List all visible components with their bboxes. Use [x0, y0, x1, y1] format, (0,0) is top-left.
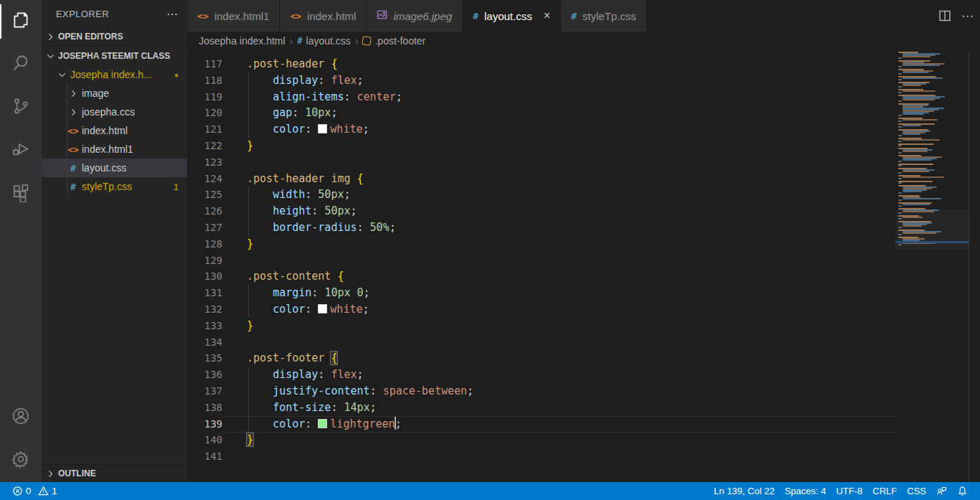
- code-line-121[interactable]: 121 color: white;: [187, 121, 895, 138]
- code-line-140[interactable]: 140}: [187, 432, 895, 448]
- line-number[interactable]: 137: [187, 383, 222, 400]
- outline-section[interactable]: OUTLINE: [42, 464, 187, 482]
- color-swatch[interactable]: [318, 304, 327, 313]
- activitybar-accounts[interactable]: [0, 396, 42, 439]
- close-icon[interactable]: ×: [544, 9, 550, 22]
- code-text: color: white;: [247, 121, 895, 138]
- line-number[interactable]: 123: [187, 154, 222, 171]
- tab-index-html[interactable]: <>index.html: [280, 0, 367, 32]
- vertical-scrollbar[interactable]: [969, 50, 980, 482]
- tab-layout-css[interactable]: #layout.css×: [463, 0, 561, 32]
- open-editors-section[interactable]: OPEN EDITORS: [42, 27, 187, 47]
- code-line-123[interactable]: 123: [187, 154, 895, 171]
- line-number[interactable]: 120: [187, 105, 222, 121]
- code-line-132[interactable]: 132 color: white;: [187, 301, 895, 318]
- activitybar-source-control[interactable]: [0, 86, 42, 129]
- breadcrumb-item[interactable]: Josepha index.html: [199, 35, 286, 47]
- activitybar-explorer[interactable]: [0, 0, 42, 43]
- activitybar-manage[interactable]: [0, 439, 42, 482]
- line-number[interactable]: 140: [187, 432, 222, 448]
- code-line-128[interactable]: 128}: [187, 236, 895, 253]
- feedback-button[interactable]: [931, 486, 952, 496]
- tree-item-index-html1[interactable]: <>index.html1: [42, 140, 187, 159]
- line-number[interactable]: 134: [187, 334, 222, 351]
- tree-item-josepha-index-h-[interactable]: Josepha index.h...●: [42, 65, 187, 84]
- tree-item-layout-css[interactable]: #layout.css: [42, 159, 187, 177]
- split-editor-button[interactable]: [938, 9, 951, 22]
- line-number[interactable]: 128: [187, 236, 222, 253]
- line-number[interactable]: 118: [187, 72, 222, 89]
- line-number[interactable]: 141: [187, 448, 222, 465]
- code-line-135[interactable]: 135.post-footer {: [187, 350, 895, 367]
- eol-status[interactable]: CRLF: [867, 486, 902, 496]
- code-line-122[interactable]: 122}: [187, 138, 895, 154]
- code-line-118[interactable]: 118 display: flex;: [187, 72, 895, 89]
- minimap[interactable]: [895, 50, 969, 482]
- activitybar-run-and-debug[interactable]: [0, 129, 42, 172]
- code-line-117[interactable]: 117.post-header {: [187, 56, 895, 72]
- tab-image6-jpeg[interactable]: image6.jpeg: [367, 0, 463, 32]
- code-line-136[interactable]: 136 display: flex;: [187, 367, 895, 383]
- problems-status[interactable]: 0 1: [7, 482, 62, 500]
- line-number[interactable]: 136: [187, 367, 222, 383]
- code-line-129[interactable]: 129: [187, 253, 895, 269]
- line-number[interactable]: 139: [187, 416, 222, 433]
- line-number[interactable]: 135: [187, 350, 222, 367]
- line-number[interactable]: 133: [187, 318, 222, 334]
- line-number[interactable]: 125: [187, 187, 222, 203]
- tab-styletp-css[interactable]: #styleTp.css: [561, 0, 647, 32]
- code-line-124[interactable]: 124.post-header img {: [187, 171, 895, 187]
- minimap-line: [903, 119, 938, 121]
- code-line-137[interactable]: 137 justify-content: space-between;: [187, 383, 895, 400]
- sidebar-more-actions-icon[interactable]: ⋯: [166, 7, 179, 21]
- tree-item-index-html[interactable]: <>index.html: [42, 121, 187, 140]
- workspace-root[interactable]: JOSEPHA STEEMIT CLASS: [42, 47, 187, 65]
- color-swatch[interactable]: [318, 124, 327, 133]
- code-line-120[interactable]: 120 gap: 10px;: [187, 105, 895, 121]
- code-editor[interactable]: 117.post-header {118 display: flex;119 a…: [187, 50, 980, 482]
- activitybar-extensions[interactable]: [0, 172, 42, 215]
- tree-item-styletp-css[interactable]: #styleTp.css1: [42, 177, 187, 196]
- line-number[interactable]: 132: [187, 301, 222, 318]
- more-actions-button[interactable]: ⋯: [961, 9, 974, 24]
- notifications-button[interactable]: [952, 486, 973, 496]
- line-number[interactable]: 131: [187, 285, 222, 301]
- indentation-status[interactable]: Spaces: 4: [780, 486, 831, 496]
- line-number[interactable]: 129: [187, 253, 222, 269]
- vscode-window: EXPLORER ⋯ OPEN EDITORS JOSEPHA STEEMIT …: [0, 0, 980, 500]
- cursor-position-status[interactable]: Ln 139, Col 22: [709, 486, 780, 496]
- line-number[interactable]: 124: [187, 171, 222, 187]
- minimap-line: [903, 151, 928, 152]
- code-line-130[interactable]: 130.post-content {: [187, 268, 895, 285]
- language-mode-status[interactable]: CSS: [902, 486, 931, 496]
- line-number[interactable]: 126: [187, 203, 222, 220]
- line-number[interactable]: 119: [187, 89, 222, 105]
- code-line-127[interactable]: 127 border-radius: 50%;: [187, 220, 895, 236]
- breadcrumb-item[interactable]: .post-footer: [362, 35, 425, 47]
- line-number[interactable]: 117: [187, 56, 222, 72]
- line-number[interactable]: 130: [187, 268, 222, 285]
- tab-label: index.html: [307, 10, 356, 22]
- tree-item-josepha-ccs[interactable]: josepha.ccs: [42, 103, 187, 121]
- activitybar-search[interactable]: [0, 43, 42, 86]
- code-line-141[interactable]: 141: [187, 448, 895, 465]
- code-line-125[interactable]: 125 width: 50px;: [187, 187, 895, 203]
- code-line-119[interactable]: 119 align-items: center;: [187, 89, 895, 105]
- code-line-134[interactable]: 134: [187, 334, 895, 351]
- code-line-133[interactable]: 133}: [187, 318, 895, 334]
- line-number[interactable]: 121: [187, 121, 222, 138]
- tree-item-image[interactable]: image: [42, 84, 187, 103]
- line-number[interactable]: 127: [187, 220, 222, 236]
- code-line-126[interactable]: 126 height: 50px;: [187, 203, 895, 220]
- tab-index-html1[interactable]: <>index.html1: [187, 0, 280, 32]
- encoding-status[interactable]: UTF-8: [831, 486, 867, 496]
- code-line-138[interactable]: 138 font-size: 14px;: [187, 400, 895, 416]
- code-line-131[interactable]: 131 margin: 10px 0;: [187, 285, 895, 301]
- line-number[interactable]: 122: [187, 138, 222, 154]
- code-line-139[interactable]: 139 color: lightgreen;: [187, 416, 895, 433]
- line-number[interactable]: 138: [187, 400, 222, 416]
- breadcrumb-item[interactable]: #layout.css: [297, 35, 350, 47]
- minimap-viewport[interactable]: [895, 209, 969, 250]
- color-swatch[interactable]: [318, 419, 327, 428]
- html-file-icon: <>: [197, 11, 209, 22]
